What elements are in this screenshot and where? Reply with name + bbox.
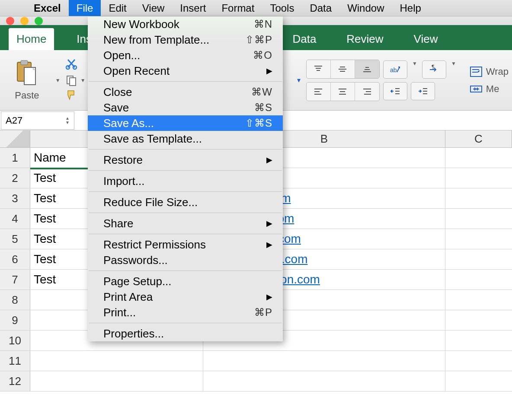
row-header[interactable]: 8	[0, 290, 30, 310]
merge-button[interactable]: Me	[470, 83, 509, 95]
row-header[interactable]: 12	[0, 371, 30, 391]
name-box-stepper-icon[interactable]: ▲▼	[65, 116, 70, 125]
svg-text:ab: ab	[390, 67, 397, 73]
menu-item[interactable]: Reduce File Size...	[88, 194, 283, 210]
align-top-icon[interactable]	[307, 60, 331, 78]
row-header[interactable]: 9	[0, 310, 30, 330]
menu-format[interactable]: Format	[214, 0, 262, 16]
decrease-indent-icon[interactable]	[383, 82, 407, 100]
menu-item[interactable]: Close⌘W	[88, 84, 283, 100]
increase-indent-icon[interactable]	[411, 82, 435, 100]
svg-rect-1	[21, 60, 28, 65]
cell[interactable]	[445, 351, 512, 371]
menu-item[interactable]: Restrict Permissions▶	[88, 237, 283, 252]
close-icon[interactable]	[6, 17, 14, 25]
font-color-dropdown[interactable]: ▾	[295, 76, 303, 84]
menu-item[interactable]: Save⌘S	[88, 100, 283, 115]
row-header[interactable]: 10	[0, 331, 30, 350]
cell[interactable]	[203, 351, 445, 371]
wrap-label: Wrap	[486, 66, 509, 77]
cell[interactable]	[445, 270, 512, 290]
tab-view[interactable]: View	[406, 28, 446, 50]
menu-view[interactable]: View	[134, 0, 173, 16]
cell[interactable]	[30, 351, 203, 371]
zoom-icon[interactable]	[35, 17, 43, 25]
cell[interactable]	[445, 148, 512, 168]
cell[interactable]	[445, 168, 512, 188]
menu-item[interactable]: New Workbook⌘N	[88, 16, 283, 32]
menu-item[interactable]: Print...⌘P	[88, 305, 283, 320]
menu-app[interactable]: Excel	[26, 0, 69, 16]
paste-dropdown-icon[interactable]: ▼	[54, 77, 62, 83]
align-middle-icon[interactable]	[331, 60, 355, 78]
align-right-icon[interactable]	[355, 83, 379, 101]
cell[interactable]	[445, 371, 512, 391]
v-align-group[interactable]	[306, 60, 380, 79]
menu-item[interactable]: Open Recent▶	[88, 63, 283, 79]
menu-edit[interactable]: Edit	[101, 0, 134, 16]
cell[interactable]	[445, 229, 512, 249]
col-C[interactable]: C	[445, 130, 512, 147]
tab-review[interactable]: Review	[339, 28, 391, 50]
row-header[interactable]: 11	[0, 351, 30, 371]
menu-item[interactable]: Share▶	[88, 216, 283, 231]
menu-data[interactable]: Data	[302, 0, 339, 16]
tab-data[interactable]: Data	[285, 28, 324, 50]
align-left-icon[interactable]	[307, 83, 331, 101]
menu-window[interactable]: Window	[339, 0, 392, 16]
menu-item[interactable]: Passwords...	[88, 252, 283, 268]
row-header[interactable]: 7	[0, 270, 30, 290]
menu-insert[interactable]: Insert	[172, 0, 214, 16]
row-header[interactable]: 3	[0, 188, 30, 208]
align-bottom-icon[interactable]	[355, 60, 379, 78]
cut-icon[interactable]	[65, 58, 87, 72]
orientation-icon[interactable]: ab	[383, 60, 407, 79]
mac-menubar: Excel File Edit View Insert Format Tools…	[0, 0, 512, 16]
cell[interactable]	[203, 371, 445, 391]
menu-tools[interactable]: Tools	[262, 0, 302, 16]
minimize-icon[interactable]	[20, 17, 29, 25]
cell[interactable]	[445, 310, 512, 330]
row-11[interactable]: 11	[0, 351, 512, 371]
name-box-value: A27	[6, 115, 22, 126]
h-align-group[interactable]	[306, 82, 380, 101]
name-box[interactable]: A27 ▲▼	[1, 111, 74, 130]
cell[interactable]	[445, 249, 512, 269]
menu-item[interactable]: Page Setup...	[88, 274, 283, 289]
text-direction-icon[interactable]: ¶	[422, 60, 446, 79]
svg-rect-6	[70, 78, 76, 86]
menu-file[interactable]: File	[69, 0, 101, 16]
cell[interactable]	[445, 290, 512, 310]
menu-item[interactable]: Print Area▶	[88, 289, 283, 305]
format-painter-icon[interactable]	[65, 89, 87, 103]
menu-help[interactable]: Help	[392, 0, 429, 16]
row-header[interactable]: 5	[0, 229, 30, 249]
wrap-text-button[interactable]: Wrap	[470, 66, 509, 77]
file-menu-dropdown[interactable]: New Workbook⌘NNew from Template...⇧⌘POpe…	[88, 16, 283, 341]
row-header[interactable]: 1	[0, 148, 30, 168]
menu-item[interactable]: Open...⌘O	[88, 48, 283, 63]
cell[interactable]	[445, 188, 512, 208]
select-all-corner[interactable]	[0, 130, 30, 147]
menu-item[interactable]: Save as Template...	[88, 131, 283, 146]
menu-item[interactable]: Import...	[88, 173, 283, 189]
menu-item[interactable]: Restore▶	[88, 152, 283, 168]
cell[interactable]	[445, 331, 512, 350]
svg-text:¶: ¶	[432, 64, 434, 70]
copy-icon[interactable]: ▼	[65, 74, 87, 86]
cell[interactable]	[445, 209, 512, 229]
row-header[interactable]: 2	[0, 168, 30, 188]
tab-home[interactable]: Home	[9, 28, 54, 50]
menu-item[interactable]: Properties...	[88, 326, 283, 341]
menu-item[interactable]: Save As...⇧⌘S	[88, 115, 283, 131]
menu-item[interactable]: New from Template...⇧⌘P	[88, 32, 283, 48]
row-12[interactable]: 12	[0, 371, 512, 391]
merge-label: Me	[486, 83, 499, 95]
paste-button[interactable]: Paste	[3, 60, 51, 101]
row-header[interactable]: 4	[0, 209, 30, 229]
cell[interactable]	[30, 371, 203, 391]
row-header[interactable]: 6	[0, 249, 30, 269]
paste-label: Paste	[15, 90, 39, 101]
align-center-icon[interactable]	[331, 83, 355, 101]
